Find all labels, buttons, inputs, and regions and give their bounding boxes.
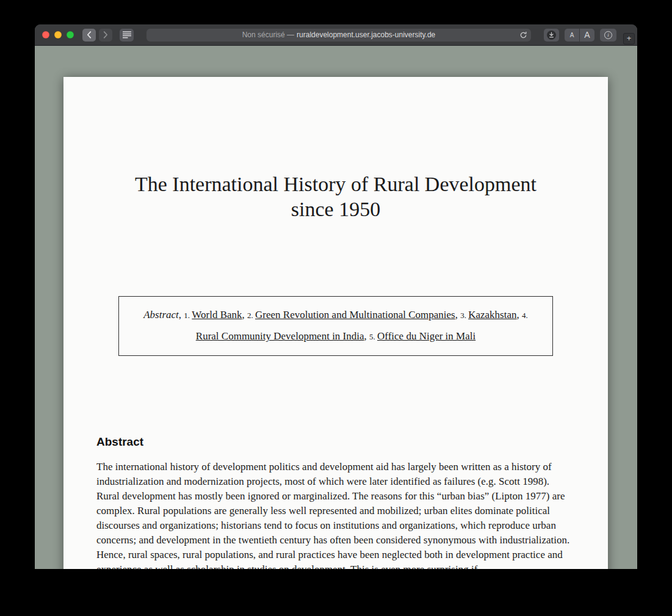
screenshot-canvas: { "browser": { "security_label": "Non sé… bbox=[0, 0, 672, 616]
reader-button[interactable] bbox=[120, 29, 134, 42]
toc-item: 2. Green Revolution and Multinational Co… bbox=[247, 309, 458, 321]
decrease-text-button[interactable]: A bbox=[565, 29, 579, 42]
downloads-button[interactable] bbox=[544, 29, 559, 42]
toc-item-number: 5. bbox=[369, 332, 377, 341]
toc-link[interactable]: Rural Community Development in India bbox=[196, 330, 364, 342]
window-controls bbox=[42, 31, 74, 38]
toc-item-number: 2. bbox=[247, 311, 255, 320]
chevron-left-icon bbox=[87, 31, 92, 38]
security-label: Non sécurisé — bbox=[242, 31, 294, 39]
minimize-button[interactable] bbox=[54, 31, 62, 38]
toc-link[interactable]: Green Revolution and Multinational Compa… bbox=[255, 309, 455, 321]
toc-item: 1. World Bank, bbox=[184, 309, 244, 321]
info-button[interactable]: i bbox=[600, 29, 616, 42]
info-icon: i bbox=[604, 31, 612, 39]
new-tab-button[interactable]: + bbox=[623, 33, 635, 45]
reload-button[interactable] bbox=[519, 31, 527, 39]
toc-item-number: 1. bbox=[184, 311, 192, 320]
content-viewport[interactable]: The International History of Rural Devel… bbox=[35, 46, 637, 569]
toc-item-number: 4. bbox=[522, 311, 528, 320]
chevron-right-icon bbox=[103, 31, 108, 38]
browser-window: Non sécurisé — ruraldevelopment.user.jac… bbox=[35, 24, 637, 569]
toc-separator: , bbox=[455, 309, 458, 321]
reader-icon bbox=[123, 31, 131, 38]
toc-link[interactable]: Kazakhstan bbox=[468, 309, 516, 321]
page-title: The International History of Rural Devel… bbox=[134, 172, 537, 222]
toc-link[interactable]: Office du Niger in Mali bbox=[377, 330, 475, 342]
fullscreen-button[interactable] bbox=[67, 31, 74, 38]
abstract-paragraph: The international history of development… bbox=[96, 460, 575, 569]
download-icon bbox=[547, 31, 556, 40]
toc-item: 3. Kazakhstan, bbox=[460, 309, 519, 321]
toc-box: Abstract, 1. World Bank, 2. Green Revolu… bbox=[118, 296, 553, 356]
close-button[interactable] bbox=[42, 31, 49, 38]
toc-item: Abstract, bbox=[143, 309, 181, 321]
abstract-heading: Abstract bbox=[96, 435, 575, 449]
toc-separator: , bbox=[242, 309, 245, 321]
forward-button[interactable] bbox=[99, 29, 112, 42]
toc-text: Abstract bbox=[143, 309, 179, 321]
toc-separator: , bbox=[179, 309, 181, 321]
titlebar: Non sécurisé — ruraldevelopment.user.jac… bbox=[35, 24, 637, 46]
address-bar[interactable]: Non sécurisé — ruraldevelopment.user.jac… bbox=[146, 29, 531, 42]
toc-separator: , bbox=[364, 330, 367, 342]
document-page: The International History of Rural Devel… bbox=[63, 77, 608, 569]
toc-line: Abstract, 1. World Bank, 2. Green Revolu… bbox=[143, 309, 528, 342]
toc-separator: , bbox=[517, 309, 519, 321]
reload-icon bbox=[519, 31, 527, 39]
text-size-control: A A bbox=[565, 29, 594, 42]
increase-text-button[interactable]: A bbox=[579, 29, 594, 42]
back-button[interactable] bbox=[82, 29, 96, 42]
url-domain: ruraldevelopment.user.jacobs-university.… bbox=[297, 31, 435, 39]
toolbar-right: A A i bbox=[544, 29, 616, 42]
toc-item: 5. Office du Niger in Mali bbox=[369, 330, 475, 342]
toc-link[interactable]: World Bank bbox=[192, 309, 242, 321]
toc-item-number: 3. bbox=[460, 311, 468, 320]
